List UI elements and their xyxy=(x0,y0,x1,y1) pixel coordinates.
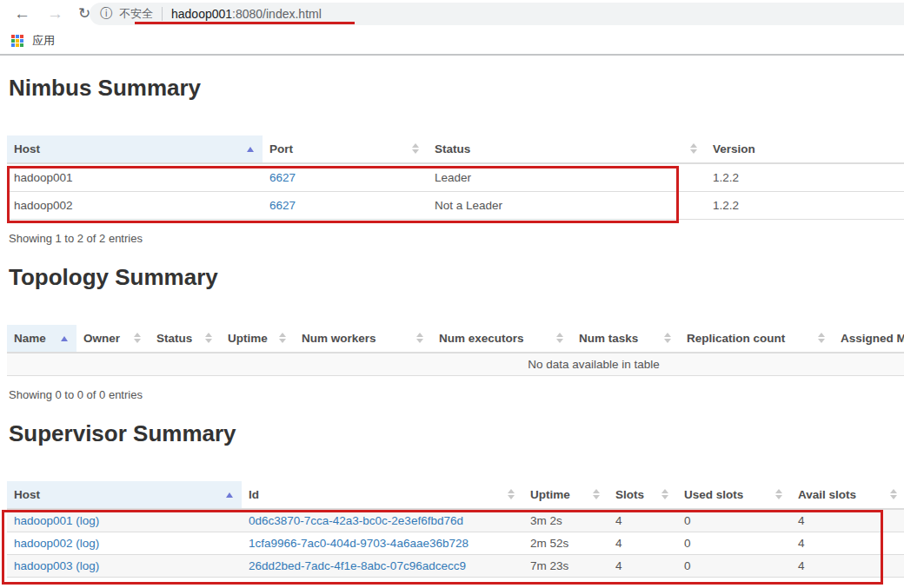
cell-status: Not a Leader xyxy=(428,192,706,220)
column-header-name[interactable]: Name xyxy=(7,325,76,353)
cell-slots: 4 xyxy=(608,509,677,532)
supervisor-row: hadoop001 (log)0d6c3870-7cca-42a3-bc0c-2… xyxy=(7,509,904,532)
apps-grid-icon[interactable] xyxy=(11,35,23,47)
cell-port: 6627 xyxy=(263,163,428,192)
sort-both-icon xyxy=(890,489,897,499)
cell-id: 1cfa9966-7ac0-404d-9703-4a6aae36b728 xyxy=(242,532,523,555)
bookmarks-bar: 应用 xyxy=(0,28,904,56)
column-header-slots[interactable]: Slots xyxy=(608,481,677,509)
cell-slots: 4 xyxy=(608,532,677,555)
cell-host: hadoop001 xyxy=(7,163,263,192)
cell-uptime: 3m 2s xyxy=(523,509,608,532)
sort-asc-icon xyxy=(226,492,233,498)
column-header-status[interactable]: Status xyxy=(150,325,221,353)
column-header-uptime[interactable]: Uptime xyxy=(221,325,295,353)
nimbus-summary-title: Nimbus Summary xyxy=(9,75,904,101)
nimbus-summary-table: HostPortStatusVersionhadoop0016627Leader… xyxy=(7,135,904,220)
supervisor-id-link[interactable]: 0d6c3870-7cca-42a3-bc0c-2e3ef6fbd76d xyxy=(249,514,463,527)
cell-uptime: 7m 23s xyxy=(523,555,608,578)
cell-port: 6627 xyxy=(263,192,428,220)
cell-avail-slots: 4 xyxy=(791,509,904,532)
sort-asc-icon xyxy=(247,147,254,152)
supervisor-row: hadoop002 (log)1cfa9966-7ac0-404d-9703-4… xyxy=(7,532,904,555)
supervisor-summary-title: Supervisor Summary xyxy=(9,420,904,446)
sort-both-icon xyxy=(508,489,515,499)
nimbus-row: hadoop0026627Not a Leader1.2.2 xyxy=(7,192,904,220)
column-header-id[interactable]: Id xyxy=(242,481,523,509)
host-link[interactable]: hadoop002 xyxy=(14,537,73,550)
column-header-version[interactable]: Version xyxy=(706,135,904,163)
column-header-uptime[interactable]: Uptime xyxy=(523,481,608,509)
cell-slots: 4 xyxy=(608,555,677,578)
column-header-num-executors[interactable]: Num executors xyxy=(432,325,572,353)
sort-both-icon xyxy=(818,333,825,343)
cell-status: Leader xyxy=(428,163,706,192)
sort-both-icon xyxy=(134,333,141,343)
host-link[interactable]: hadoop001 xyxy=(14,514,73,527)
url-separator xyxy=(162,7,163,21)
port-link[interactable]: 6627 xyxy=(269,171,296,184)
address-bar[interactable]: ⓘ 不安全 hadoop001:8080/index.html xyxy=(90,3,904,25)
supervisor-id-link[interactable]: 26dd2bed-7adc-4f1e-8abc-07c96adcecc9 xyxy=(249,559,466,572)
cell-host: hadoop002 (log) xyxy=(7,532,242,555)
empty-message-cell: No data available in table xyxy=(7,353,904,376)
cell-used-slots: 0 xyxy=(677,555,791,578)
column-header-replication-count[interactable]: Replication count xyxy=(680,325,834,353)
cell-host: hadoop001 (log) xyxy=(7,509,242,532)
column-header-host[interactable]: Host xyxy=(7,481,242,509)
cell-id: 0d6c3870-7cca-42a3-bc0c-2e3ef6fbd76d xyxy=(242,509,523,532)
topology-empty-row: No data available in table xyxy=(7,353,904,376)
column-header-num-tasks[interactable]: Num tasks xyxy=(572,325,680,353)
sort-both-icon xyxy=(690,143,697,154)
cell-avail-slots: 4 xyxy=(791,532,904,555)
cell-used-slots: 0 xyxy=(677,532,791,555)
sort-both-icon xyxy=(664,333,671,343)
column-header-assigned-mem-mb-[interactable]: Assigned Mem (MB) xyxy=(834,325,904,353)
sort-both-icon xyxy=(412,143,419,154)
sort-both-icon xyxy=(661,489,668,499)
nimbus-row: hadoop0016627Leader1.2.2 xyxy=(7,163,904,192)
topology-summary-table: NameOwnerStatusUptimeNum workersNum exec… xyxy=(7,325,904,376)
supervisor-summary-table: HostIdUptimeSlotsUsed slotsAvail slotsha… xyxy=(7,481,904,578)
column-header-avail-slots[interactable]: Avail slots xyxy=(791,481,904,509)
port-link[interactable]: 6627 xyxy=(269,199,296,212)
back-icon[interactable]: ← xyxy=(14,3,30,25)
column-header-num-workers[interactable]: Num workers xyxy=(295,325,432,353)
host-link[interactable]: hadoop003 xyxy=(14,559,73,572)
browser-toolbar: ← → ↻ ⓘ 不安全 hadoop001:8080/index.html xyxy=(0,0,904,28)
cell-uptime: 2m 52s xyxy=(523,532,608,555)
url-host: hadoop001 xyxy=(171,7,232,21)
forward-icon[interactable]: → xyxy=(47,3,63,25)
url-text[interactable]: hadoop001:8080/index.html xyxy=(171,7,322,21)
apps-bookmark-label[interactable]: 应用 xyxy=(32,33,55,49)
column-header-host[interactable]: Host xyxy=(7,135,263,163)
nimbus-entries-info: Showing 1 to 2 of 2 entries xyxy=(9,232,904,245)
sort-both-icon xyxy=(279,333,286,343)
supervisor-id-link[interactable]: 1cfa9966-7ac0-404d-9703-4a6aae36b728 xyxy=(249,537,469,550)
log-link[interactable]: (log) xyxy=(76,537,99,550)
cell-host: hadoop002 xyxy=(7,192,263,220)
column-header-status[interactable]: Status xyxy=(428,135,706,163)
sort-both-icon xyxy=(775,489,782,499)
sort-asc-icon xyxy=(61,336,68,341)
sort-both-icon xyxy=(205,333,212,343)
log-link[interactable]: (log) xyxy=(76,514,99,527)
topology-summary-title: Topology Summary xyxy=(9,264,904,290)
info-icon[interactable]: ⓘ xyxy=(100,6,112,22)
security-label: 不安全 xyxy=(119,6,153,22)
column-header-owner[interactable]: Owner xyxy=(76,325,150,353)
column-header-port[interactable]: Port xyxy=(263,135,428,163)
cell-version: 1.2.2 xyxy=(706,192,904,220)
sort-both-icon xyxy=(416,333,423,343)
supervisor-row: hadoop003 (log)26dd2bed-7adc-4f1e-8abc-0… xyxy=(7,555,904,578)
cell-host: hadoop003 (log) xyxy=(7,555,242,578)
cell-avail-slots: 4 xyxy=(791,555,904,578)
url-path: :8080/index.html xyxy=(232,7,322,21)
cell-version: 1.2.2 xyxy=(706,163,904,192)
cell-id: 26dd2bed-7adc-4f1e-8abc-07c96adcecc9 xyxy=(242,555,523,578)
storm-ui-page: Nimbus Summary HostPortStatusVersionhado… xyxy=(0,75,904,578)
topology-entries-info: Showing 0 to 0 of 0 entries xyxy=(9,388,904,401)
log-link[interactable]: (log) xyxy=(76,559,99,572)
column-header-used-slots[interactable]: Used slots xyxy=(677,481,791,509)
sort-both-icon xyxy=(593,489,600,499)
